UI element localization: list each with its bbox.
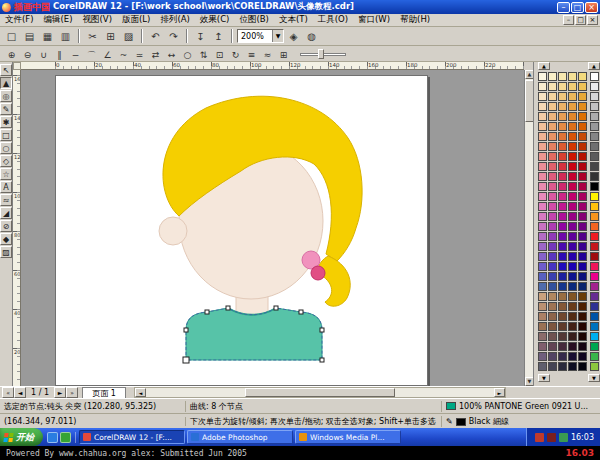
color-swatch[interactable] <box>538 272 547 281</box>
document-page[interactable] <box>55 75 428 386</box>
copy-button[interactable]: ⊞ <box>102 28 119 44</box>
color-swatch[interactable] <box>578 162 587 171</box>
node-marker-selected[interactable] <box>183 357 189 363</box>
tray-icon[interactable] <box>559 433 568 442</box>
ellipse-tool[interactable]: ○ <box>0 142 12 154</box>
color-swatch[interactable] <box>558 282 567 291</box>
color-swatch[interactable] <box>538 112 547 121</box>
color-swatch[interactable] <box>538 322 547 331</box>
color-swatch[interactable] <box>590 212 599 221</box>
taskbar-button[interactable]: Adobe Photoshop <box>187 430 293 444</box>
last-page-button[interactable]: » <box>66 387 78 398</box>
color-swatch[interactable] <box>548 362 557 371</box>
color-swatch[interactable] <box>548 202 557 211</box>
color-swatch[interactable] <box>568 182 577 191</box>
color-swatch[interactable] <box>590 242 599 251</box>
palette-scroll-up-button[interactable]: ▲ <box>538 62 550 70</box>
color-swatch[interactable] <box>568 332 577 341</box>
color-swatch[interactable] <box>548 102 557 111</box>
color-swatch[interactable] <box>578 252 587 261</box>
color-swatch[interactable] <box>568 162 577 171</box>
color-swatch[interactable] <box>558 362 567 371</box>
drawing-canvas[interactable] <box>21 70 524 386</box>
menu-item-7[interactable]: 文本(T) <box>274 14 313 26</box>
curve-smoothness-slider[interactable] <box>300 47 346 61</box>
color-swatch[interactable] <box>590 352 599 361</box>
freehand-tool[interactable]: ✎ <box>0 103 12 115</box>
color-swatch[interactable] <box>578 302 587 311</box>
color-swatch[interactable] <box>548 112 557 121</box>
color-swatch[interactable] <box>590 82 599 91</box>
color-swatch[interactable] <box>538 142 547 151</box>
color-swatch[interactable] <box>578 152 587 161</box>
color-swatch[interactable] <box>548 212 557 221</box>
menu-item-3[interactable]: 版面(L) <box>117 14 155 26</box>
color-swatch[interactable] <box>558 252 567 261</box>
palette-scroll-down-button[interactable]: ▼ <box>588 374 600 382</box>
color-swatch[interactable] <box>548 292 557 301</box>
delete-node-button[interactable]: ⊖ <box>20 47 35 61</box>
color-swatch[interactable] <box>538 292 547 301</box>
node-marker[interactable] <box>274 306 278 310</box>
color-swatch[interactable] <box>578 212 587 221</box>
color-swatch[interactable] <box>548 272 557 281</box>
ponytail-shape[interactable] <box>318 256 350 306</box>
color-swatch[interactable] <box>548 162 557 171</box>
export-button[interactable]: ↥ <box>210 28 227 44</box>
palette-scroll-up-button[interactable]: ▲ <box>588 62 600 70</box>
color-swatch[interactable] <box>548 152 557 161</box>
reverse-direction-button[interactable]: ⇄ <box>148 47 163 61</box>
color-swatch[interactable] <box>538 342 547 351</box>
color-swatch[interactable] <box>558 152 567 161</box>
align-nodes-button[interactable]: ≡ <box>244 47 259 61</box>
paste-button[interactable]: ▨ <box>120 28 137 44</box>
color-swatch[interactable] <box>538 282 547 291</box>
color-swatch[interactable] <box>590 162 599 171</box>
scroll-right-button[interactable]: ► <box>494 388 505 397</box>
interactive-fill-tool[interactable]: ▨ <box>0 246 12 258</box>
color-swatch[interactable] <box>558 302 567 311</box>
color-swatch[interactable] <box>590 172 599 181</box>
outline-tool[interactable]: ⊘ <box>0 220 12 232</box>
extract-subpath-button[interactable]: ⇅ <box>196 47 211 61</box>
menu-item-5[interactable]: 效果(C) <box>195 14 235 26</box>
color-swatch[interactable] <box>538 302 547 311</box>
color-swatch[interactable] <box>590 72 599 81</box>
color-swatch[interactable] <box>590 152 599 161</box>
color-swatch[interactable] <box>548 132 557 141</box>
color-swatch[interactable] <box>558 322 567 331</box>
color-swatch[interactable] <box>548 312 557 321</box>
color-swatch[interactable] <box>558 192 567 201</box>
node-marker[interactable] <box>320 328 324 332</box>
color-swatch[interactable] <box>548 122 557 131</box>
minimize-button[interactable]: – <box>557 2 570 13</box>
fill-tool[interactable]: ◆ <box>0 233 12 245</box>
color-swatch[interactable] <box>568 222 577 231</box>
shirt-shape[interactable] <box>186 308 322 360</box>
basic-shapes-tool[interactable]: ☆ <box>0 168 12 180</box>
color-swatch[interactable] <box>538 312 547 321</box>
color-swatch[interactable] <box>578 112 587 121</box>
corel-online-button[interactable]: ◍ <box>303 28 320 44</box>
color-swatch[interactable] <box>558 172 567 181</box>
color-swatch[interactable] <box>538 212 547 221</box>
color-swatch[interactable] <box>538 362 547 371</box>
color-swatch[interactable] <box>568 102 577 111</box>
color-swatch[interactable] <box>568 152 577 161</box>
start-button[interactable]: 开始 <box>0 428 43 446</box>
color-swatch[interactable] <box>558 182 567 191</box>
color-swatch[interactable] <box>578 342 587 351</box>
mdi-restore-button[interactable]: □ <box>575 15 586 25</box>
color-swatch[interactable] <box>590 272 599 281</box>
color-swatch[interactable] <box>558 232 567 241</box>
color-swatch[interactable] <box>568 352 577 361</box>
color-swatch[interactable] <box>568 202 577 211</box>
color-swatch[interactable] <box>590 292 599 301</box>
color-swatch[interactable] <box>548 72 557 81</box>
color-swatch[interactable] <box>578 292 587 301</box>
color-swatch[interactable] <box>578 272 587 281</box>
color-swatch[interactable] <box>568 312 577 321</box>
mdi-minimize-button[interactable]: – <box>563 15 574 25</box>
to-line-button[interactable]: − <box>68 47 83 61</box>
color-swatch[interactable] <box>578 222 587 231</box>
